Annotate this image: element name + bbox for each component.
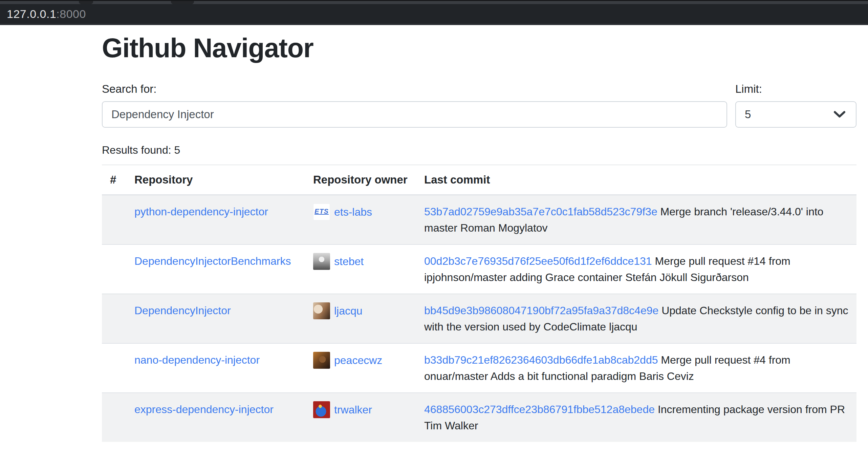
- repository-link[interactable]: DependencyInjector: [134, 304, 231, 317]
- last-commit-cell: b33db79c21ef8262364603db66dfe1ab8cab2dd5…: [416, 343, 856, 393]
- url-host: 127.0.0.1: [7, 7, 56, 21]
- repository-cell: nano-dependency-injector: [126, 343, 305, 393]
- last-commit-cell: 53b7ad02759e9ab35a7e7c0c1fab58d523c79f3e…: [416, 195, 856, 245]
- last-commit-cell: 468856003c273dffce23b86791fbbe512a8ebede…: [416, 393, 856, 442]
- search-form: Search for: Limit: 5: [102, 83, 856, 128]
- last-commit-cell: 00d2b3c7e76935d76f25ee50f6d1f2ef6ddce131…: [416, 244, 856, 294]
- repository-cell: python-dependency-injector: [126, 195, 305, 245]
- col-header-owner: Repository owner: [305, 165, 416, 195]
- browser-tab-strip: [0, 0, 868, 4]
- commit-hash-link[interactable]: 53b7ad02759e9ab35a7e7c0c1fab58d523c79f3e: [424, 206, 657, 218]
- page-title: Github Navigator: [102, 33, 856, 64]
- owner-cell: ets-labs: [305, 195, 416, 245]
- owner-avatar: [313, 302, 330, 319]
- owner-avatar: [313, 203, 330, 220]
- page-container: Github Navigator Search for: Limit: 5 Re…: [102, 25, 856, 442]
- owner-link[interactable]: peacecwz: [334, 352, 382, 368]
- table-row: express-dependency-injector trwalker 468…: [102, 393, 856, 442]
- commit-hash-link[interactable]: b33db79c21ef8262364603db66dfe1ab8cab2dd5: [424, 354, 658, 366]
- repository-cell: DependencyInjector: [126, 294, 305, 343]
- table-header: # Repository Repository owner Last commi…: [102, 165, 856, 195]
- owner-link[interactable]: ets-labs: [334, 204, 372, 220]
- repository-cell: express-dependency-injector: [126, 393, 305, 442]
- owner-cell: peacecwz: [305, 343, 416, 393]
- row-number-cell: [102, 294, 126, 343]
- row-number-cell: [102, 343, 126, 393]
- results-table: # Repository Repository owner Last commi…: [102, 165, 856, 442]
- owner-cell: trwalker: [305, 393, 416, 442]
- limit-select[interactable]: 5: [735, 101, 856, 128]
- repository-cell: DependencyInjectorBenchmarks: [126, 244, 305, 294]
- commit-hash-link[interactable]: 468856003c273dffce23b86791fbbe512a8ebede: [424, 403, 655, 415]
- owner-avatar: [313, 352, 330, 369]
- results-summary: Results found: 5: [102, 144, 856, 156]
- limit-group: Limit: 5: [735, 83, 856, 128]
- col-header-number: #: [102, 165, 126, 195]
- chevron-down-icon: [833, 111, 846, 118]
- tab-notch: [79, 1, 93, 4]
- owner-cell: ljacqu: [305, 294, 416, 343]
- repository-link[interactable]: python-dependency-injector: [134, 206, 268, 218]
- repository-link[interactable]: express-dependency-injector: [134, 403, 274, 415]
- url-port: :8000: [56, 7, 86, 21]
- commit-hash-link[interactable]: bb45d9e3b98608047190bf72a95fa9a37d8c4e9e: [424, 304, 658, 317]
- row-number-cell: [102, 244, 126, 294]
- search-group: Search for:: [102, 83, 727, 128]
- owner-link[interactable]: stebet: [334, 253, 364, 270]
- tab-notch: [171, 1, 194, 4]
- owner-link[interactable]: trwalker: [334, 402, 372, 418]
- search-input[interactable]: [102, 101, 727, 128]
- table-row: nano-dependency-injector peacecwz b33db7…: [102, 343, 856, 393]
- col-header-last-commit: Last commit: [416, 165, 856, 195]
- col-header-repository: Repository: [126, 165, 305, 195]
- owner-avatar: [313, 401, 330, 418]
- limit-selected-value: 5: [745, 108, 751, 121]
- search-label: Search for:: [102, 83, 727, 95]
- row-number-cell: [102, 195, 126, 245]
- limit-label: Limit:: [735, 83, 856, 95]
- table-row: python-dependency-injector ets-labs 53b7…: [102, 195, 856, 245]
- browser-chrome: 127.0.0.1:8000: [0, 0, 868, 25]
- owner-cell: stebet: [305, 244, 416, 294]
- owner-avatar: [313, 253, 330, 270]
- table-row: DependencyInjector ljacqu bb45d9e3b98608…: [102, 294, 856, 343]
- last-commit-cell: bb45d9e3b98608047190bf72a95fa9a37d8c4e9e…: [416, 294, 856, 343]
- repository-link[interactable]: DependencyInjectorBenchmarks: [134, 255, 291, 267]
- owner-link[interactable]: ljacqu: [334, 303, 363, 319]
- commit-hash-link[interactable]: 00d2b3c7e76935d76f25ee50f6d1f2ef6ddce131: [424, 255, 652, 267]
- repository-link[interactable]: nano-dependency-injector: [134, 354, 260, 366]
- browser-address-bar[interactable]: 127.0.0.1:8000: [0, 4, 868, 24]
- table-row: DependencyInjectorBenchmarks stebet 00d2…: [102, 244, 856, 294]
- row-number-cell: [102, 393, 126, 442]
